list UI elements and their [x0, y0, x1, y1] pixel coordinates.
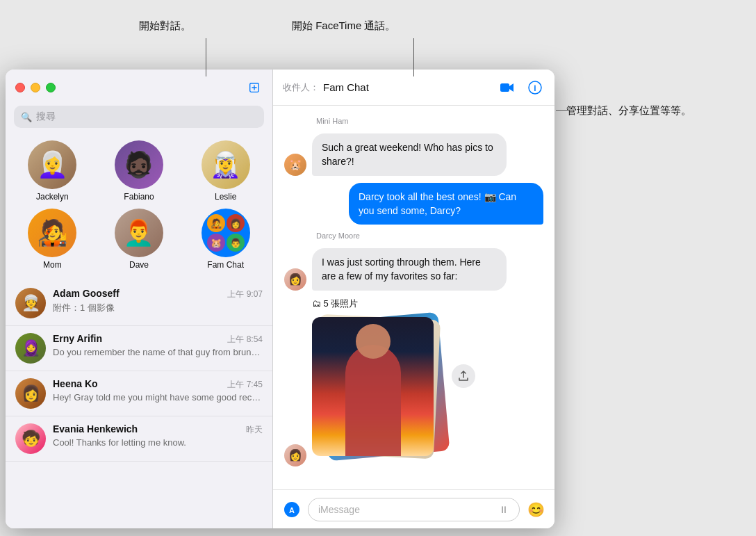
contact-name-jackelyn: Jackelyn	[36, 192, 69, 202]
audio-waves-icon: ⏸	[499, 504, 509, 515]
avatar-jackelyn: 👩‍🦳	[28, 140, 76, 189]
svg-text:i: i	[534, 83, 536, 93]
conv-content-adam: Adam Gooseff 上午 9:07 附件：1 個影像	[53, 288, 263, 314]
conv-time-adam: 上午 9:07	[227, 289, 263, 300]
pinned-jackelyn[interactable]: 👩‍🦳 Jackelyn	[21, 140, 83, 202]
conversation-adam[interactable]: 👳 Adam Gooseff 上午 9:07 附件：1 個影像	[6, 281, 272, 326]
conv-time-evania: 昨天	[246, 424, 263, 436]
pinned-contacts: 👩‍🦳 Jackelyn 🧔🏿 Fabiano 🧝‍♀️ Leslie	[6, 135, 272, 281]
appstore-button[interactable]: A	[281, 499, 302, 520]
conv-name-heena: Heena Ko	[53, 378, 98, 389]
chat-title-section: 收件人： Fam Chat	[283, 81, 491, 94]
search-placeholder: 搜尋	[36, 111, 56, 123]
pinned-fabiano[interactable]: 🧔🏿 Fabiano	[108, 140, 170, 202]
conv-preview-heena: Hey! Gray told me you might have some go…	[53, 392, 263, 403]
pinned-dave[interactable]: 👨‍🦰 Dave	[108, 209, 170, 270]
conv-preview-evania: Cool! Thanks for letting me know.	[53, 437, 263, 448]
pinned-mom[interactable]: 🧑‍🎤 Mom	[21, 209, 83, 270]
message-row-photos: 👩 🗂 5 張照片	[284, 298, 543, 466]
maximize-button[interactable]	[46, 83, 56, 92]
msg-avatar-darcy: 👩	[284, 268, 306, 291]
conv-name-erny: Erny Arifin	[53, 333, 102, 344]
contact-name-fabiano: Fabiano	[124, 192, 154, 202]
chat-header-actions: i	[498, 78, 545, 97]
conversation-erny[interactable]: 🧕 Erny Arifin 上午 8:54 Do you remember th…	[6, 326, 272, 371]
conv-content-erny: Erny Arifin 上午 8:54 Do you remember the …	[53, 333, 263, 357]
message-input[interactable]: iMessage ⏸	[308, 498, 520, 521]
sender-label-miniham: Mini Ham	[316, 117, 543, 125]
to-label: 收件人：	[283, 81, 319, 94]
emoji-button[interactable]: 😊	[525, 499, 546, 520]
avatar-famchat: 🧑‍🎤 👩 🐹 👨	[202, 209, 250, 257]
svg-rect-3	[500, 83, 509, 92]
conv-content-evania: Evania Henkewich 昨天 Cool! Thanks for let…	[53, 423, 263, 448]
conv-time-erny: 上午 8:54	[227, 334, 263, 346]
emoji-icon: 😊	[527, 501, 545, 518]
messages-area: Mini Ham 🐹 Such a great weekend! Who has…	[273, 106, 554, 489]
conv-preview-erny: Do you remember the name of that guy fro…	[53, 347, 263, 357]
avatar-erny: 🧕	[15, 333, 46, 364]
avatar-fabiano: 🧔🏿	[115, 140, 163, 189]
contact-name-dave: Dave	[129, 260, 149, 270]
annotation-start-facetime: 開始 FaceTime 通話。	[292, 19, 395, 33]
avatar-leslie: 🧝‍♀️	[202, 140, 250, 189]
photos-label: 🗂 5 張照片	[312, 298, 472, 310]
msg-avatar-miniham: 🐹	[284, 154, 306, 176]
chat-panel: 收件人： Fam Chat i	[273, 70, 554, 528]
message-row-2: Darcy took all the best ones! 📷 Can you …	[284, 183, 543, 225]
minimize-button[interactable]	[31, 83, 40, 92]
conversation-evania[interactable]: 🧒 Evania Henkewich 昨天 Cool! Thanks for l…	[6, 416, 272, 462]
close-button[interactable]	[15, 83, 25, 92]
chat-recipient: Fam Chat	[323, 81, 369, 93]
msg-bubble-1: Such a great weekend! Who has pics to sh…	[312, 133, 507, 176]
avatar-dave: 👨‍🦰	[115, 209, 163, 257]
avatar-heena: 👩	[15, 378, 46, 409]
conv-name-adam: Adam Gooseff	[53, 288, 120, 299]
svg-text:A: A	[289, 506, 295, 514]
conv-name-evania: Evania Henkewich	[53, 423, 138, 435]
contact-name-famchat: Fam Chat	[207, 260, 244, 270]
contact-name-leslie: Leslie	[215, 192, 236, 202]
msg-bubble-2: Darcy took all the best ones! 📷 Can you …	[349, 183, 543, 225]
search-icon: 🔍	[21, 112, 32, 122]
conv-preview-adam: 附件：1 個影像	[53, 302, 263, 314]
msg-bubble-3: I was just sorting through them. Here ar…	[312, 248, 507, 291]
conv-content-heena: Heena Ko 上午 7:45 Hey! Gray told me you m…	[53, 378, 263, 403]
facetime-button[interactable]	[498, 78, 517, 97]
sender-label-darcy: Darcy Moore	[316, 232, 543, 240]
annotation-manage-chat: 管理對話、分享位置等等。	[566, 104, 691, 117]
pinned-famchat[interactable]: 🧑‍🎤 👩 🐹 👨 Fam Chat	[195, 209, 257, 270]
conversation-heena[interactable]: 👩 Heena Ko 上午 7:45 Hey! Gray told me you…	[6, 371, 272, 416]
avatar-evania: 🧒	[15, 423, 46, 454]
sidebar: 🔍 搜尋 👩‍🦳 Jackelyn 🧔🏿 Fabiano	[6, 70, 273, 528]
input-placeholder: iMessage	[318, 504, 493, 515]
message-row-1: 🐹 Such a great weekend! Who has pics to …	[284, 133, 543, 176]
annotation-start-chat: 開始對話。	[139, 19, 191, 33]
share-button[interactable]	[452, 364, 475, 388]
msg-avatar-darcy-2: 👩	[284, 444, 306, 466]
message-row-3: 👩 I was just sorting through them. Here …	[284, 248, 543, 291]
info-button[interactable]: i	[525, 78, 545, 97]
input-bar: A iMessage ⏸ 😊	[273, 489, 554, 528]
contact-name-mom: Mom	[43, 260, 62, 270]
search-bar[interactable]: 🔍 搜尋	[14, 106, 264, 128]
avatar-mom: 🧑‍🎤	[28, 209, 76, 257]
app-window: 🔍 搜尋 👩‍🦳 Jackelyn 🧔🏿 Fabiano	[6, 70, 554, 528]
avatar-adam: 👳	[15, 288, 46, 318]
compose-button[interactable]	[246, 79, 263, 96]
conversation-list: 👳 Adam Gooseff 上午 9:07 附件：1 個影像 🧕	[6, 281, 272, 528]
pinned-leslie[interactable]: 🧝‍♀️ Leslie	[195, 140, 257, 202]
conv-time-heena: 上午 7:45	[227, 379, 263, 391]
sidebar-titlebar	[6, 70, 272, 106]
traffic-lights	[15, 83, 56, 92]
